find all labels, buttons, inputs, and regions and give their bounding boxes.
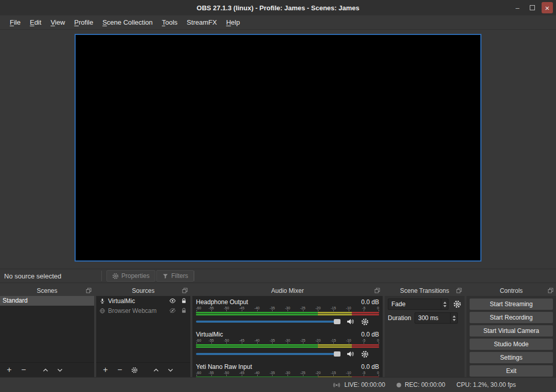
controls-dock-title: Controls	[500, 287, 523, 294]
audio-mixer-dock: Audio Mixer Headphone Output 0.0 dB -60-…	[192, 286, 383, 377]
arrow-down-icon	[443, 305, 446, 307]
globe-icon	[99, 308, 105, 314]
speaker-icon[interactable]	[346, 318, 354, 326]
scenes-toolbar: + −	[0, 362, 94, 377]
menu-item-tools[interactable]: Tools	[157, 16, 182, 28]
window-controls: – ×	[512, 2, 553, 13]
mixer-channel-yeti-nano-raw-input: Yeti Nano Raw Input 0.0 dB -60-55-50-45-…	[196, 363, 379, 377]
arrow-up-icon	[453, 315, 456, 318]
gear-icon	[131, 367, 138, 374]
mixer-gear-icon[interactable]	[361, 350, 369, 358]
mixer-db-scale: -60-55-50-45-40-35-30-25-20-15-10-50	[196, 306, 379, 311]
gear-icon	[112, 273, 119, 279]
popout-icon[interactable]	[374, 287, 381, 294]
menu-item-view[interactable]: View	[46, 16, 69, 28]
mixer-channel-volume: 0.0 dB	[361, 363, 379, 370]
filters-label: Filters	[171, 272, 188, 279]
mixer-list: Headphone Output 0.0 dB -60-55-50-45-40-…	[192, 296, 383, 377]
menu-item-edit[interactable]: Edit	[25, 16, 46, 28]
controls-dock-header[interactable]: Controls	[467, 286, 556, 296]
move-scene-down-button[interactable]	[53, 364, 66, 376]
start-streaming-button[interactable]: Start Streaming	[470, 298, 553, 310]
sources-list: VirtualMicBrowser Webcam	[96, 296, 190, 363]
lock-icon[interactable]	[181, 297, 187, 304]
transition-select[interactable]: Fade	[388, 298, 449, 310]
mixer-db-scale: -60-55-50-45-40-35-30-25-20-15-10-50	[196, 338, 379, 344]
meter-bar	[196, 344, 379, 346]
arrow-up-icon	[443, 302, 446, 304]
source-label: VirtualMic	[108, 297, 165, 305]
mixer-channel-volume: 0.0 dB	[361, 331, 379, 338]
remove-scene-button[interactable]: −	[17, 364, 30, 376]
volume-slider[interactable]	[196, 350, 340, 358]
rec-status: REC: 00:00:00	[397, 381, 445, 388]
preview-area	[0, 30, 556, 269]
move-source-up-button[interactable]	[150, 364, 162, 376]
maximize-button[interactable]	[527, 2, 538, 13]
controls-buttons: Start StreamingStart RecordingStart Virt…	[467, 296, 556, 377]
start-recording-button[interactable]: Start Recording	[470, 312, 553, 323]
menu-item-streamfx[interactable]: StreamFX	[182, 16, 222, 28]
move-scene-up-button[interactable]	[39, 364, 51, 376]
minimize-button[interactable]: –	[512, 2, 523, 13]
meter-bar	[196, 312, 379, 313]
mixer-db-scale: -60-55-50-45-40-35-30-25-20-15-10-50	[196, 370, 379, 376]
scene-transitions-dock-header[interactable]: Scene Transitions	[385, 286, 464, 296]
filters-button[interactable]: Filters	[156, 270, 194, 282]
menu-item-profile[interactable]: Profile	[69, 16, 98, 28]
exit-button[interactable]: Exit	[470, 365, 553, 377]
transition-gear-icon[interactable]	[453, 300, 461, 308]
properties-button[interactable]: Properties	[106, 270, 155, 282]
add-source-button[interactable]: +	[99, 364, 112, 376]
mixer-gear-icon[interactable]	[361, 318, 369, 326]
chevron-up-icon	[42, 367, 49, 374]
record-dot-icon	[397, 383, 401, 387]
duration-spinbox[interactable]: 300 ms	[415, 312, 458, 324]
volume-slider-handle[interactable]	[334, 351, 340, 357]
popout-icon[interactable]	[456, 287, 462, 294]
start-virtual-camera-button[interactable]: Start Virtual Camera	[470, 325, 553, 337]
source-toolbar: No source selected Properties Filters	[0, 269, 556, 283]
settings-button[interactable]: Settings	[470, 352, 553, 363]
duration-label: Duration	[388, 314, 415, 322]
mixer-channel-volume: 0.0 dB	[361, 298, 379, 306]
remove-source-button[interactable]: −	[114, 364, 126, 376]
scene-item-standard[interactable]: Standard	[0, 296, 94, 306]
sources-dock-title: Sources	[132, 287, 154, 294]
source-row-browser-webcam[interactable]: Browser Webcam	[96, 306, 190, 315]
lock-icon[interactable]	[181, 307, 187, 314]
transition-select-arrows[interactable]	[441, 299, 448, 309]
menu-item-file[interactable]: File	[5, 16, 25, 28]
close-button[interactable]: ×	[542, 2, 553, 13]
scenes-dock-header[interactable]: Scenes	[0, 286, 94, 296]
cpu-fps-stats: CPU: 1.2%, 30.00 fps	[457, 381, 516, 388]
duration-spin-arrows[interactable]	[450, 313, 457, 323]
menu-item-help[interactable]: Help	[222, 16, 245, 28]
duration-value: 300 ms	[415, 314, 450, 322]
title-bar[interactable]: OBS 27.1.3 (linux) - Profile: James - Sc…	[0, 0, 556, 15]
sources-dock-header[interactable]: Sources	[96, 286, 190, 296]
volume-slider[interactable]	[196, 318, 340, 325]
move-source-down-button[interactable]	[164, 364, 176, 376]
rec-time: REC: 00:00:00	[405, 381, 445, 388]
volume-slider-handle[interactable]	[334, 319, 340, 324]
meter-bar	[196, 314, 379, 315]
popout-icon[interactable]	[182, 287, 188, 294]
obs-window: OBS 27.1.3 (linux) - Profile: James - Sc…	[0, 0, 556, 392]
speaker-icon[interactable]	[346, 350, 354, 358]
volume-slider-track	[196, 353, 340, 355]
chevron-up-icon	[153, 367, 159, 374]
source-properties-button[interactable]	[128, 364, 140, 376]
preview-canvas[interactable]	[75, 34, 481, 262]
audio-mixer-dock-header[interactable]: Audio Mixer	[192, 286, 383, 296]
broadcast-icon	[333, 381, 340, 389]
popout-icon[interactable]	[547, 287, 554, 294]
visibility-off-icon[interactable]	[169, 307, 176, 314]
visibility-icon[interactable]	[169, 297, 176, 304]
menu-item-scene-collection[interactable]: Scene Collection	[98, 16, 157, 28]
source-row-virtualmic[interactable]: VirtualMic	[96, 296, 190, 306]
toolbar-separator	[101, 271, 102, 281]
popout-icon[interactable]	[85, 287, 92, 294]
add-scene-button[interactable]: +	[3, 364, 15, 376]
studio-mode-button[interactable]: Studio Mode	[470, 339, 553, 350]
